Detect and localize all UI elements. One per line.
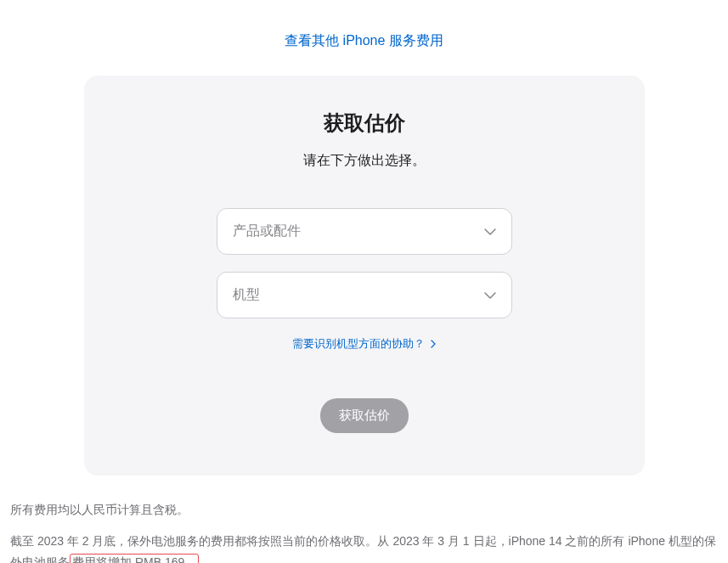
card-subtitle: 请在下方做出选择。 [118, 152, 611, 170]
product-select[interactable]: 产品或配件 [217, 208, 512, 255]
footer-line-1: 所有费用均以人民币计算且含税。 [10, 499, 718, 521]
product-select-wrapper: 产品或配件 [217, 208, 512, 255]
chevron-down-icon [484, 292, 496, 299]
model-select[interactable]: 机型 [217, 272, 512, 318]
top-link-container: 查看其他 iPhone 服务费用 [0, 0, 728, 76]
footer-line-2: 截至 2023 年 2 月底，保外电池服务的费用都将按照当前的价格收取。从 20… [10, 531, 718, 563]
other-services-link[interactable]: 查看其他 iPhone 服务费用 [285, 33, 443, 48]
price-increase-highlight: 费用将增加 RMB 169。 [70, 554, 199, 563]
help-link-container: 需要识别机型方面的协助？ [118, 335, 611, 352]
model-select-placeholder: 机型 [233, 286, 260, 304]
chevron-down-icon [484, 228, 496, 235]
model-select-wrapper: 机型 [217, 272, 512, 318]
get-estimate-button[interactable]: 获取估价 [320, 398, 409, 433]
chevron-right-icon [431, 338, 436, 351]
product-select-placeholder: 产品或配件 [233, 222, 301, 240]
help-link-label: 需要识别机型方面的协助？ [292, 337, 425, 350]
card-title: 获取估价 [118, 110, 611, 137]
identify-model-help-link[interactable]: 需要识别机型方面的协助？ [292, 337, 437, 350]
estimate-card: 获取估价 请在下方做出选择。 产品或配件 机型 需要识别机型方面的协助？ [84, 76, 645, 476]
footer-text: 所有费用均以人民币计算且含税。 截至 2023 年 2 月底，保外电池服务的费用… [0, 476, 728, 563]
